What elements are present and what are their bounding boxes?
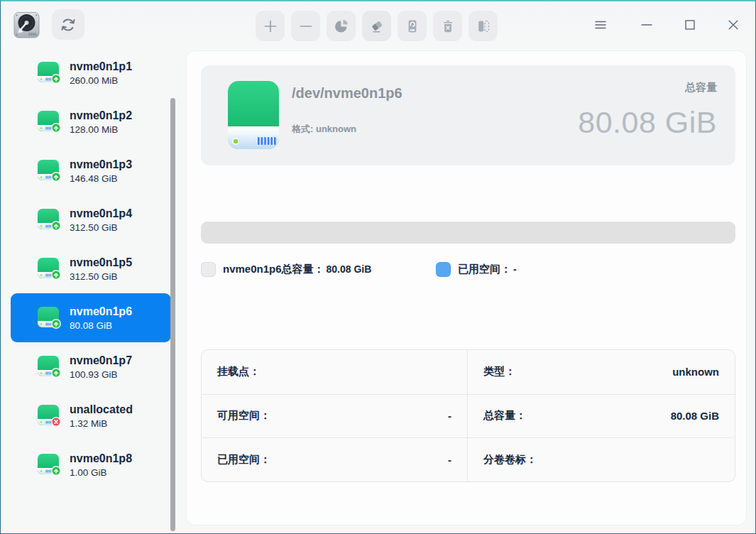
close-icon bbox=[725, 16, 742, 33]
details-table: 挂载点： 类型： unknown 可用空间： - 总容量： 80.08 GiB … bbox=[201, 349, 735, 482]
partition-name: unallocated bbox=[70, 402, 133, 417]
device-header-card: /dev/nvme0n1p6 格式: unknown 总容量 80.08 GiB bbox=[201, 65, 735, 165]
partition-name: nvme0n1p1 bbox=[70, 59, 132, 74]
device-format: 格式: unknown bbox=[292, 123, 356, 136]
menu-icon bbox=[592, 16, 609, 33]
detail-value: - bbox=[448, 454, 451, 466]
partition-item-nvme0n1p5[interactable]: nvme0n1p5312.50 GiB bbox=[11, 244, 171, 293]
detail-label: 类型： bbox=[483, 365, 515, 378]
partition-name: nvme0n1p5 bbox=[70, 255, 132, 270]
partition-ok-icon bbox=[36, 257, 62, 280]
partition-ok-icon bbox=[36, 355, 62, 378]
partition-ok-icon bbox=[36, 453, 62, 476]
partition-item-unallocated[interactable]: unallocated1.32 MiB bbox=[11, 391, 171, 440]
pie-chart-icon bbox=[333, 18, 350, 35]
partition-size: 1.00 GiB bbox=[70, 466, 132, 479]
app-window: nvme0n1p1260.00 MiB nvme0n1p2128.00 MiB bbox=[0, 0, 756, 534]
detail-label: 分卷卷标： bbox=[483, 453, 537, 467]
legend-total-swatch bbox=[201, 262, 216, 277]
partition-item-nvme0n1p7[interactable]: nvme0n1p7100.93 GiB bbox=[11, 342, 171, 391]
plus-icon bbox=[262, 18, 279, 35]
detail-used-space: 已用空间： - bbox=[202, 437, 467, 481]
detail-available-space: 可用空间： - bbox=[202, 394, 467, 438]
detail-value: unknown bbox=[672, 366, 719, 378]
partition-name: nvme0n1p6 bbox=[70, 304, 132, 319]
minimize-button[interactable] bbox=[638, 16, 655, 33]
partition-ok-icon bbox=[36, 306, 62, 329]
capacity-label: 总容量 bbox=[685, 81, 717, 94]
sidebar-scrollbar[interactable] bbox=[170, 98, 175, 531]
device-disk-icon bbox=[226, 80, 280, 151]
toolbar-actions bbox=[256, 11, 498, 41]
capacity-value: 80.08 GiB bbox=[578, 105, 717, 140]
maximize-icon bbox=[681, 16, 699, 33]
app-logo-icon bbox=[13, 11, 40, 39]
partition-size: 128.00 MiB bbox=[70, 123, 132, 136]
partition-ok-icon bbox=[36, 110, 62, 134]
shrink-partition-button[interactable] bbox=[291, 11, 320, 41]
menu-button[interactable] bbox=[592, 16, 609, 33]
legend-used-space: 已用空间： - bbox=[436, 261, 517, 277]
format-partition-button[interactable] bbox=[398, 11, 427, 41]
minimize-icon bbox=[638, 16, 655, 33]
device-path: /dev/nvme0n1p6 bbox=[292, 85, 402, 102]
legend-total-value: 80.08 GiB bbox=[327, 263, 372, 275]
partition-item-nvme0n1p8[interactable]: nvme0n1p81.00 GiB bbox=[11, 440, 171, 489]
detail-label: 可用空间： bbox=[217, 409, 270, 423]
detail-label: 总容量： bbox=[483, 409, 526, 423]
minus-icon bbox=[297, 18, 314, 35]
detail-volume-label: 分卷卷标： bbox=[467, 437, 735, 481]
partition-size: 312.50 GiB bbox=[70, 221, 132, 234]
close-button[interactable] bbox=[725, 16, 742, 33]
titlebar bbox=[1, 1, 755, 50]
partition-name: nvme0n1p2 bbox=[70, 108, 132, 123]
detail-type: 类型： unknown bbox=[467, 350, 735, 394]
legend-used-swatch bbox=[436, 262, 451, 277]
partition-name: nvme0n1p3 bbox=[70, 157, 132, 172]
partition-ok-icon bbox=[36, 208, 62, 231]
legend-used-value: - bbox=[513, 263, 517, 275]
partition-list: nvme0n1p1260.00 MiB nvme0n1p2128.00 MiB bbox=[11, 48, 171, 489]
usage-bar bbox=[201, 222, 735, 244]
wipe-partition-button[interactable] bbox=[362, 11, 391, 41]
eraser-icon bbox=[368, 18, 385, 35]
partition-ok-icon bbox=[36, 61, 62, 85]
legend-total-label: nvme0n1p6总容量： bbox=[223, 263, 324, 276]
refresh-icon bbox=[59, 16, 77, 34]
partition-size: 146.48 GiB bbox=[70, 172, 132, 185]
partition-error-icon bbox=[36, 404, 62, 427]
detail-panel: /dev/nvme0n1p6 格式: unknown 总容量 80.08 GiB… bbox=[187, 51, 746, 525]
legend-used-label: 已用空间： bbox=[458, 263, 511, 276]
partition-item-nvme0n1p2[interactable]: nvme0n1p2128.00 MiB bbox=[11, 97, 171, 146]
partition-item-nvme0n1p4[interactable]: nvme0n1p4312.50 GiB bbox=[11, 195, 171, 244]
detail-value: 80.08 GiB bbox=[671, 410, 719, 422]
legend-total-capacity: nvme0n1p6总容量： 80.08 GiB bbox=[201, 261, 371, 277]
partition-item-nvme0n1p6-selected[interactable]: nvme0n1p680.08 GiB bbox=[11, 293, 171, 342]
add-partition-button[interactable] bbox=[256, 11, 285, 41]
partition-size: 1.32 MiB bbox=[70, 417, 133, 430]
partition-name: nvme0n1p8 bbox=[70, 451, 132, 466]
detail-label: 已用空间： bbox=[217, 453, 270, 467]
partition-item-nvme0n1p1[interactable]: nvme0n1p1260.00 MiB bbox=[11, 48, 171, 97]
detail-mount-point: 挂载点： bbox=[202, 350, 467, 394]
partition-size: 312.50 GiB bbox=[70, 270, 132, 283]
partition-size: 260.00 MiB bbox=[70, 74, 132, 87]
partition-usage-button[interactable] bbox=[327, 11, 356, 41]
partition-name: nvme0n1p7 bbox=[70, 353, 132, 368]
delete-partition-button[interactable] bbox=[433, 11, 462, 41]
trash-icon bbox=[439, 18, 456, 35]
disk-refresh-icon bbox=[404, 18, 421, 35]
refresh-button[interactable] bbox=[52, 9, 84, 40]
clone-icon bbox=[475, 18, 492, 35]
partition-ok-icon bbox=[36, 159, 62, 182]
detail-total-capacity: 总容量： 80.08 GiB bbox=[467, 394, 735, 438]
maximize-button[interactable] bbox=[681, 16, 699, 33]
detail-label: 挂载点： bbox=[217, 365, 260, 378]
partition-item-nvme0n1p3[interactable]: nvme0n1p3146.48 GiB bbox=[11, 146, 171, 195]
partition-size: 100.93 GiB bbox=[70, 368, 132, 381]
detail-value: - bbox=[448, 410, 451, 422]
partition-size: 80.08 GiB bbox=[70, 319, 132, 332]
partition-name: nvme0n1p4 bbox=[70, 206, 132, 221]
clone-partition-button[interactable] bbox=[469, 11, 498, 41]
